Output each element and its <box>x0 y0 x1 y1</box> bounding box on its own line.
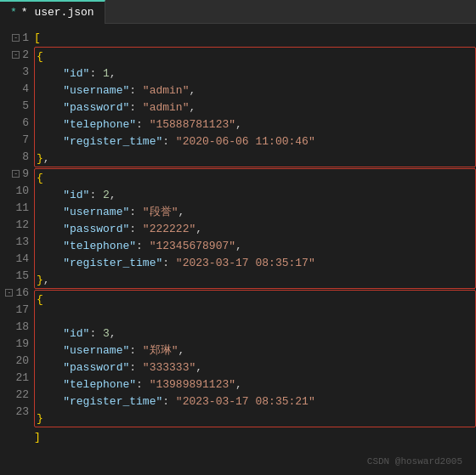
ln-6: 6 <box>22 116 29 129</box>
user-block-1: { "id": 1, "username": "admin", "passwor… <box>34 47 476 167</box>
tab-bar: * * user.json <box>0 0 476 24</box>
code-line-20: "password": "333333", <box>35 359 475 376</box>
fold-btn-9[interactable]: - <box>12 170 20 178</box>
code-line-4: "username": "admin", <box>35 82 475 99</box>
ln-3: 3 <box>22 65 29 78</box>
user-block-2: { "id": 2, "username": "段誉", "password":… <box>34 168 476 289</box>
bracket-close: ] <box>34 431 41 444</box>
ln-12: 12 <box>15 218 29 231</box>
tab-user-json[interactable]: * * user.json <box>0 0 105 24</box>
code-line-6: "telephone": "15888781123", <box>35 116 475 133</box>
code-line-1: [ <box>34 29 476 46</box>
code-line-15: }, <box>35 271 475 288</box>
fold-btn-1[interactable]: - <box>12 34 20 42</box>
ln-18: 18 <box>15 320 29 333</box>
code-line-11: "username": "段誉", <box>35 203 475 220</box>
code-line-10: "id": 2, <box>35 186 475 203</box>
ln-7: 7 <box>22 133 29 146</box>
ln-16: 16 <box>15 286 29 299</box>
ln-5: 5 <box>22 99 29 112</box>
ln-20: 20 <box>15 354 29 367</box>
code-line-2: { <box>35 48 475 65</box>
code-line-24: ] <box>34 428 476 445</box>
ln-10: 10 <box>15 184 29 197</box>
user-block-3: { "id": 3, "username": "郑琳", "password <box>34 290 476 427</box>
code-line-19: "username": "郑琳", <box>35 342 475 359</box>
editor-area: -1 -2 3 4 5 6 7 8 -9 10 11 12 13 <box>0 24 476 475</box>
ln-15: 15 <box>15 269 29 282</box>
ln-4: 4 <box>22 82 29 95</box>
ln-11: 11 <box>15 201 29 214</box>
line-numbers: -1 -2 3 4 5 6 7 8 -9 10 11 12 13 <box>0 29 34 475</box>
ln-13: 13 <box>15 235 29 248</box>
bracket-open: [ <box>34 31 41 44</box>
code-line-5: "password": "admin", <box>35 99 475 116</box>
code-line-18: "id": 3, <box>35 325 475 342</box>
ln-19: 19 <box>15 337 29 350</box>
code-line-13: "telephone": "12345678907", <box>35 237 475 254</box>
ln-22: 22 <box>15 388 29 401</box>
ln-9: 9 <box>22 167 29 180</box>
watermark: CSDN @hosward2005 <box>367 456 462 467</box>
code-line-23: } <box>35 410 475 427</box>
code-line-17 <box>35 308 475 325</box>
code-area: [ { "id": 1, "username": "admin", <box>34 29 476 475</box>
code-line-3: "id": 1, <box>35 65 475 82</box>
code-line-8: }, <box>35 150 475 167</box>
ln-23: 23 <box>15 405 29 418</box>
ln-21: 21 <box>15 371 29 384</box>
code-line-14: "register_time": "2023-03-17 08:35:17" <box>35 254 475 271</box>
fold-btn-16[interactable]: - <box>5 289 13 297</box>
code-line-22: "register_time": "2023-03-17 08:35:21" <box>35 393 475 410</box>
ln-2: 2 <box>22 48 29 61</box>
ln-8: 8 <box>22 150 29 163</box>
ln-17: 17 <box>15 303 29 316</box>
code-line-9: { <box>35 169 475 186</box>
ln-14: 14 <box>15 252 29 265</box>
code-line-21: "telephone": "13989891123", <box>35 376 475 393</box>
code-line-12: "password": "222222", <box>35 220 475 237</box>
code-line-16: { <box>35 291 475 308</box>
tab-dot: * <box>10 6 17 19</box>
code-line-7: "register_time": "2020-06-06 11:00:46" <box>35 133 475 150</box>
tab-label: * user.json <box>21 6 94 19</box>
ln-1: 1 <box>22 31 29 44</box>
fold-btn-2[interactable]: - <box>12 51 20 59</box>
